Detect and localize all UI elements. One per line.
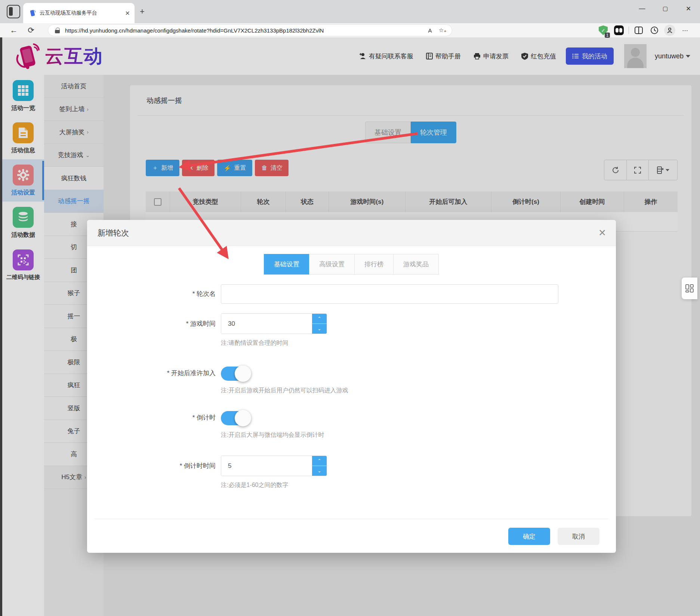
field-note: 注:开启后游戏开始后用户仍然可以扫码进入游戏 xyxy=(221,387,348,395)
history-icon[interactable] xyxy=(648,24,660,36)
step-down-icon[interactable]: ⌄ xyxy=(312,466,327,476)
tab-close-icon[interactable]: ✕ xyxy=(125,10,130,17)
step-up-icon[interactable]: ⌃ xyxy=(312,456,327,466)
settings-more-icon[interactable]: ⋯ xyxy=(679,24,691,36)
field-label: * 倒计时时间 xyxy=(87,456,221,489)
browser-profile-icon[interactable] xyxy=(664,25,675,36)
step-down-icon[interactable]: ⌄ xyxy=(312,324,327,334)
tab-title: 云互动现场互动服务平台 xyxy=(40,10,125,16)
extension-icon[interactable] xyxy=(613,24,625,36)
game-time-stepper: ⌃ ⌄ xyxy=(221,313,327,334)
toolbar-divider xyxy=(629,27,629,34)
address-bar[interactable]: https://hd.yunhudong.cn/hdmanage/configd… xyxy=(48,24,452,36)
field-label: * 开始后准许加入 xyxy=(87,366,221,395)
modal-tab-leaderboard[interactable]: 排行榜 xyxy=(354,254,394,275)
field-note: 注:必须是1-60之间的数字 xyxy=(221,481,327,489)
floating-panel-toggle[interactable] xyxy=(682,278,697,299)
confirm-button[interactable]: 确定 xyxy=(508,528,550,545)
window-close-icon[interactable]: ✕ xyxy=(677,0,700,17)
field-note: 注:请酌情设置合理的时间 xyxy=(221,339,327,347)
new-tab-icon[interactable]: + xyxy=(140,7,145,16)
browser-tabstrip: 云互动现场互动服务平台 ✕ + — ▢ ✕ xyxy=(0,0,700,23)
countdown-toggle[interactable] xyxy=(221,411,250,425)
field-round-name: * 轮次名 xyxy=(87,284,616,304)
shield-badge: 1 xyxy=(605,33,610,38)
field-label: * 游戏时间 xyxy=(87,313,221,347)
modal-tab-game-prizes[interactable]: 游戏奖品 xyxy=(393,254,439,275)
modal-tab-basic[interactable]: 基础设置 xyxy=(264,254,309,275)
read-aloud-icon[interactable]: A xyxy=(428,27,432,34)
site-favicon-icon xyxy=(29,10,36,16)
modal-footer-divider xyxy=(95,519,608,519)
join-after-start-toggle[interactable] xyxy=(221,367,250,381)
browser-extension-area: ✓ 1 ⋯ xyxy=(597,24,700,37)
field-note: 注:开启后大屏与微信端均会显示倒计时 xyxy=(221,431,324,439)
split-screen-icon[interactable] xyxy=(633,24,645,36)
browser-chrome: 云互动现场互动服务平台 ✕ + — ▢ ✕ ← ⟳ https://hd.yun… xyxy=(0,0,700,37)
close-icon[interactable]: ✕ xyxy=(598,227,606,238)
field-label: * 轮次名 xyxy=(87,284,221,304)
countdown-time-stepper: ⌃ ⌄ xyxy=(221,456,327,476)
modal-title: 新增轮次 xyxy=(98,228,129,238)
tab-actions-icon[interactable] xyxy=(7,5,20,18)
dashboard-icon xyxy=(685,284,694,293)
back-icon[interactable]: ← xyxy=(5,26,22,35)
window-minimize-icon[interactable]: — xyxy=(630,0,654,17)
refresh-icon[interactable]: ⟳ xyxy=(22,26,40,35)
field-join-after-start: * 开始后准许加入 注:开启后游戏开始后用户仍然可以扫码进入游戏 xyxy=(87,366,616,395)
adblock-shield-icon[interactable]: ✓ 1 xyxy=(597,24,609,36)
browser-toolbar: ← ⟳ https://hd.yunhudong.cn/hdmanage/con… xyxy=(0,23,700,37)
modal-header: 新增轮次 ✕ xyxy=(87,220,616,246)
countdown-time-input[interactable] xyxy=(221,456,312,476)
lock-icon xyxy=(55,28,60,33)
favorites-star-icon[interactable]: ☆₊ xyxy=(439,27,447,34)
field-label: * 倒计时 xyxy=(87,410,221,439)
step-up-icon[interactable]: ⌃ xyxy=(312,314,327,324)
round-name-input[interactable] xyxy=(221,284,558,304)
field-game-time: * 游戏时间 ⌃ ⌄ 注:请酌情设置合理的时间 xyxy=(87,313,616,347)
field-countdown-time: * 倒计时时间 ⌃ ⌄ 注:必须是1-60之间的数字 xyxy=(87,456,616,489)
web-page: 云互动 有疑问联系客服 帮助手册 申请发票 红包充值 我的活动 xyxy=(0,37,700,616)
browser-tab[interactable]: 云互动现场互动服务平台 ✕ xyxy=(23,3,135,23)
modal-footer: 确定 取消 xyxy=(508,528,599,545)
modal-tab-advanced[interactable]: 高级设置 xyxy=(309,254,355,275)
cancel-button[interactable]: 取消 xyxy=(558,528,599,545)
field-countdown: * 倒计时 注:开启后大屏与微信端均会显示倒计时 xyxy=(87,410,616,439)
add-round-modal: 新增轮次 ✕ 基础设置 高级设置 排行榜 游戏奖品 * 轮次名 * 游戏时间 xyxy=(87,220,616,553)
modal-tabs: 基础设置 高级设置 排行榜 游戏奖品 xyxy=(87,254,616,275)
game-time-input[interactable] xyxy=(221,314,312,334)
url-text[interactable]: https://hd.yunhudong.cn/hdmanage/configd… xyxy=(65,27,422,34)
modal-form: * 轮次名 * 游戏时间 ⌃ ⌄ 注:请酌情设置合理的时间 xyxy=(87,284,616,489)
window-maximize-icon[interactable]: ▢ xyxy=(654,0,677,17)
